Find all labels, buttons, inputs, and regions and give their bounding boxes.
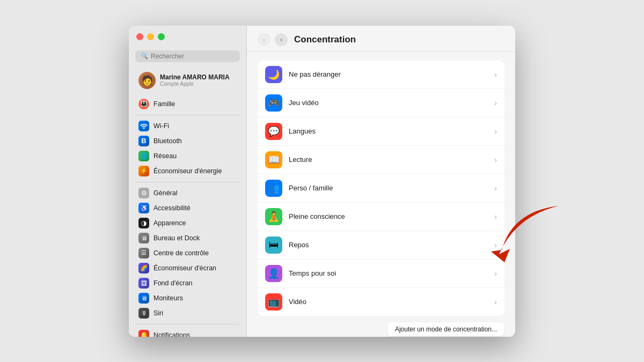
eco-ecran-icon: 🌈	[138, 263, 149, 274]
notifications-section: 🔔 Notifications 🔊 Son 🌙 Concentration ⏱ …	[129, 328, 246, 337]
lecture-icon: 📖	[265, 151, 282, 168]
perso-famille-icon: 👥	[265, 180, 282, 197]
minimize-button[interactable]	[147, 33, 154, 40]
sidebar-item-notifications[interactable]: 🔔 Notifications	[132, 328, 243, 337]
reseau-icon: 🌐	[138, 151, 149, 161]
concentration-item-pleine-conscience[interactable]: 🧘 Pleine conscience ›	[258, 203, 504, 231]
profile-info: Marine AMARO MARIA Compte Apple	[160, 73, 230, 87]
chevron-right-icon: ›	[494, 156, 497, 164]
page-title: Concentration	[294, 34, 356, 45]
sidebar-item-label: Bluetooth	[153, 137, 182, 145]
temps-pour-soi-icon: 👤	[265, 265, 282, 282]
chevron-right-icon: ›	[494, 269, 497, 278]
sidebar-item-eco-ecran[interactable]: 🌈 Économiseur d'écran	[132, 261, 243, 276]
sidebar-item-apparence[interactable]: ◑ Apparence	[132, 216, 243, 231]
sidebar-item-label: Siri	[153, 309, 163, 317]
ne-pas-deranger-icon: 🌙	[265, 66, 282, 83]
concentration-item-video[interactable]: 📺 Vidéo ›	[258, 288, 504, 316]
sidebar-item-label: Économiseur d'écran	[153, 264, 216, 272]
sidebar-item-moniteurs[interactable]: 🖥 Moniteurs	[132, 291, 243, 306]
concentration-item-langues[interactable]: 💬 Langues ›	[258, 117, 504, 146]
langues-label: Langues	[289, 127, 494, 135]
concentration-item-repos[interactable]: 🛏 Repos ›	[258, 231, 504, 260]
profile-section[interactable]: 🧑 Marine AMARO MARIA Compte Apple	[132, 69, 243, 92]
main-content: ‹ › Concentration 🌙 Ne pas déranger ›	[247, 26, 515, 337]
chevron-right-icon: ›	[494, 99, 497, 107]
moniteurs-icon: 🖥	[138, 293, 149, 304]
repos-icon: 🛏	[265, 237, 282, 254]
concentration-item-ne-pas-deranger[interactable]: 🌙 Ne pas déranger ›	[258, 61, 504, 89]
sidebar-item-label: Famille	[153, 100, 175, 108]
bluetooth-icon: B	[138, 136, 149, 146]
sidebar-item-accessibilite[interactable]: ♿ Accessibilité	[132, 201, 243, 216]
divider-2	[135, 182, 240, 182]
sidebar-item-label: Moniteurs	[153, 294, 183, 302]
sidebar-item-label: Bureau et Dock	[153, 234, 200, 242]
concentration-item-perso-famille[interactable]: 👥 Perso / famille ›	[258, 174, 504, 203]
fond-icon: 🖼	[138, 278, 149, 289]
notifications-icon: 🔔	[138, 330, 149, 337]
siri-icon: 🎙	[138, 308, 149, 319]
add-mode-button[interactable]: Ajouter un mode de concentration...	[387, 322, 504, 336]
chevron-right-icon: ›	[494, 70, 497, 79]
sidebar-item-label: Wi-Fi	[153, 122, 169, 130]
perso-famille-label: Perso / famille	[289, 184, 494, 192]
content-scroll: 🌙 Ne pas déranger › 🎮 Jeu vidéo › 💬 Lang…	[247, 52, 515, 337]
sidebar-item-fond[interactable]: 🖼 Fond d'écran	[132, 276, 243, 291]
chevron-right-icon: ›	[494, 127, 497, 136]
langues-icon: 💬	[265, 123, 282, 140]
general-icon: ⚙	[138, 188, 149, 198]
search-input[interactable]	[151, 53, 235, 60]
chevron-right-icon: ›	[494, 212, 497, 221]
apparence-icon: ◑	[138, 218, 149, 228]
window-body: 🔍 🧑 Marine AMARO MARIA Compte Apple	[129, 26, 515, 337]
maximize-button[interactable]	[158, 33, 165, 40]
concentration-item-temps-pour-soi[interactable]: 👤 Temps pour soi ›	[258, 260, 504, 288]
sidebar-item-label: Centre de contrôle	[153, 249, 209, 257]
sidebar-item-label: Réseau	[153, 152, 177, 160]
sidebar-item-label: Fond d'écran	[153, 279, 193, 287]
sidebar-item-label: Notifications	[153, 331, 190, 337]
sidebar-item-label: Général	[153, 189, 177, 197]
famille-icon: 👨‍👩‍👧	[138, 99, 149, 109]
divider-1	[135, 115, 240, 115]
search-bar[interactable]: 🔍	[135, 50, 240, 62]
divider-3	[135, 324, 240, 324]
concentration-list: 🌙 Ne pas déranger › 🎮 Jeu vidéo › 💬 Lang…	[258, 61, 504, 316]
video-icon: 📺	[265, 293, 282, 311]
jeu-video-label: Jeu vidéo	[289, 99, 494, 107]
pleine-conscience-label: Pleine conscience	[289, 212, 494, 220]
sidebar-item-wifi[interactable]: Wi-Fi	[132, 119, 243, 134]
pleine-conscience-icon: 🧘	[265, 208, 282, 225]
sidebar-item-famille[interactable]: 👨‍👩‍👧 Famille	[132, 97, 243, 112]
sidebar-item-siri[interactable]: 🎙 Siri	[132, 306, 243, 321]
concentration-item-lecture[interactable]: 📖 Lecture ›	[258, 146, 504, 174]
chevron-right-icon: ›	[494, 241, 497, 249]
repos-label: Repos	[289, 241, 494, 249]
network-section: Wi-Fi B Bluetooth 🌐 Réseau ⚡ Économiseur…	[129, 119, 246, 179]
profile-name: Marine AMARO MARIA	[160, 73, 230, 81]
ne-pas-deranger-label: Ne pas déranger	[289, 70, 494, 78]
search-icon: 🔍	[141, 53, 148, 60]
video-label: Vidéo	[289, 298, 494, 306]
main-header: ‹ › Concentration	[247, 26, 515, 52]
sidebar-item-centre[interactable]: ☰ Centre de contrôle	[132, 246, 243, 261]
sidebar-item-bluetooth[interactable]: B Bluetooth	[132, 134, 243, 149]
sidebar-item-general[interactable]: ⚙ Général	[132, 186, 243, 201]
close-button[interactable]	[136, 33, 143, 40]
forward-button[interactable]: ›	[275, 33, 288, 46]
concentration-item-jeu-video[interactable]: 🎮 Jeu vidéo ›	[258, 89, 504, 117]
sidebar-item-label: Économiseur d'énergie	[153, 167, 222, 175]
centre-icon: ☰	[138, 248, 149, 258]
sidebar-item-reseau[interactable]: 🌐 Réseau	[132, 149, 243, 164]
back-button[interactable]: ‹	[258, 33, 270, 46]
sidebar-item-bureau[interactable]: 🖥 Bureau et Dock	[132, 231, 243, 246]
sidebar-item-eco-energie[interactable]: ⚡ Économiseur d'énergie	[132, 164, 243, 179]
eco-energie-icon: ⚡	[138, 166, 149, 176]
famille-section: 👨‍👩‍👧 Famille	[129, 97, 246, 112]
temps-pour-soi-label: Temps pour soi	[289, 269, 494, 277]
system-section: ⚙ Général ♿ Accessibilité ◑ Apparence 🖥 …	[129, 186, 246, 321]
sidebar-item-label: Apparence	[153, 219, 186, 227]
lecture-label: Lecture	[289, 156, 494, 164]
wifi-icon	[138, 121, 149, 131]
